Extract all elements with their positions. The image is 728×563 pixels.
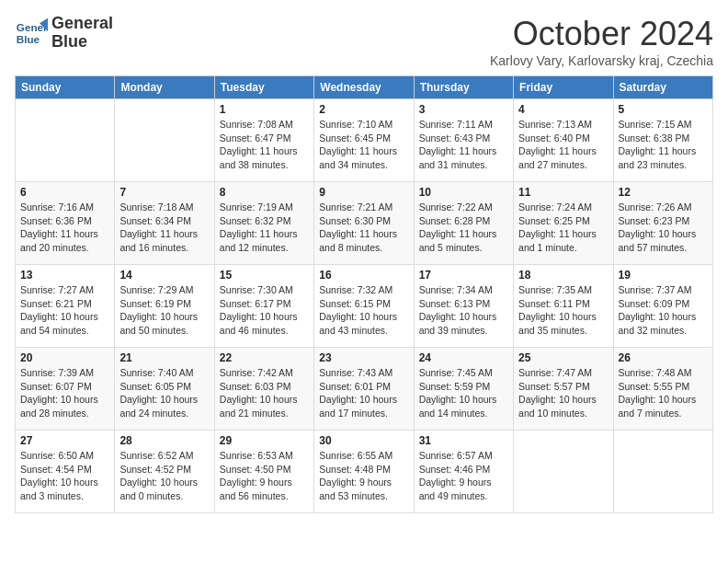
day-info: Sunrise: 7:21 AM Sunset: 6:30 PM Dayligh… [319,201,408,255]
day-number: 27 [20,434,109,447]
day-info: Sunrise: 6:57 AM Sunset: 4:46 PM Dayligh… [419,449,508,503]
day-info: Sunrise: 7:15 AM Sunset: 6:38 PM Dayligh… [619,118,708,172]
day-info: Sunrise: 7:08 AM Sunset: 6:47 PM Dayligh… [220,118,309,172]
week-row-1: 1Sunrise: 7:08 AM Sunset: 6:47 PM Daylig… [16,99,713,182]
day-number: 30 [319,434,408,447]
calendar-cell: 19Sunrise: 7:37 AM Sunset: 6:09 PM Dayli… [613,265,712,348]
day-info: Sunrise: 6:55 AM Sunset: 4:48 PM Dayligh… [319,449,408,503]
calendar-cell: 26Sunrise: 7:48 AM Sunset: 5:55 PM Dayli… [613,348,712,431]
calendar-cell: 6Sunrise: 7:16 AM Sunset: 6:36 PM Daylig… [16,182,115,265]
calendar-cell: 13Sunrise: 7:27 AM Sunset: 6:21 PM Dayli… [16,265,115,348]
logo-icon: General Blue [15,17,48,50]
calendar-table: SundayMondayTuesdayWednesdayThursdayFrid… [15,75,713,513]
day-number: 17 [419,269,508,282]
calendar-cell: 10Sunrise: 7:22 AM Sunset: 6:28 PM Dayli… [414,182,513,265]
day-number: 12 [619,186,708,199]
day-info: Sunrise: 7:26 AM Sunset: 6:23 PM Dayligh… [619,201,708,255]
day-info: Sunrise: 6:53 AM Sunset: 4:50 PM Dayligh… [220,449,309,503]
day-info: Sunrise: 7:45 AM Sunset: 5:59 PM Dayligh… [419,366,508,420]
day-info: Sunrise: 7:10 AM Sunset: 6:45 PM Dayligh… [319,118,408,172]
day-info: Sunrise: 7:39 AM Sunset: 6:07 PM Dayligh… [20,366,109,420]
calendar-cell: 31Sunrise: 6:57 AM Sunset: 4:46 PM Dayli… [414,431,513,513]
week-row-2: 6Sunrise: 7:16 AM Sunset: 6:36 PM Daylig… [16,182,713,265]
day-info: Sunrise: 7:13 AM Sunset: 6:40 PM Dayligh… [518,118,608,172]
day-info: Sunrise: 7:37 AM Sunset: 6:09 PM Dayligh… [619,283,708,338]
day-number: 1 [220,103,309,116]
day-number: 26 [619,351,708,364]
calendar-cell [115,99,214,182]
calendar-cell: 1Sunrise: 7:08 AM Sunset: 6:47 PM Daylig… [214,99,313,182]
calendar-cell: 5Sunrise: 7:15 AM Sunset: 6:38 PM Daylig… [613,99,712,182]
weekday-header-tuesday: Tuesday [214,76,313,99]
calendar-cell: 8Sunrise: 7:19 AM Sunset: 6:32 PM Daylig… [214,182,313,265]
day-info: Sunrise: 7:35 AM Sunset: 6:11 PM Dayligh… [518,283,608,338]
day-number: 25 [518,351,608,364]
title-block: October 2024 Karlovy Vary, Karlovarsky k… [490,15,713,68]
day-number: 19 [619,269,708,282]
weekday-header-friday: Friday [514,76,613,99]
week-row-4: 20Sunrise: 7:39 AM Sunset: 6:07 PM Dayli… [16,348,713,431]
day-info: Sunrise: 7:18 AM Sunset: 6:34 PM Dayligh… [119,201,209,255]
day-info: Sunrise: 7:22 AM Sunset: 6:28 PM Dayligh… [419,201,508,255]
day-info: Sunrise: 7:16 AM Sunset: 6:36 PM Dayligh… [20,201,109,255]
day-number: 24 [419,351,508,364]
weekday-header-thursday: Thursday [414,76,513,99]
calendar-cell: 22Sunrise: 7:42 AM Sunset: 6:03 PM Dayli… [214,348,313,431]
calendar-cell: 20Sunrise: 7:39 AM Sunset: 6:07 PM Dayli… [16,348,115,431]
calendar-cell: 3Sunrise: 7:11 AM Sunset: 6:43 PM Daylig… [414,99,513,182]
calendar-cell: 25Sunrise: 7:47 AM Sunset: 5:57 PM Dayli… [514,348,613,431]
location: Karlovy Vary, Karlovarsky kraj, Czechia [490,53,713,68]
calendar-cell: 15Sunrise: 7:30 AM Sunset: 6:17 PM Dayli… [214,265,313,348]
calendar-cell: 12Sunrise: 7:26 AM Sunset: 6:23 PM Dayli… [613,182,712,265]
calendar-cell: 9Sunrise: 7:21 AM Sunset: 6:30 PM Daylig… [314,182,414,265]
day-info: Sunrise: 7:30 AM Sunset: 6:17 PM Dayligh… [220,283,309,338]
calendar-cell: 30Sunrise: 6:55 AM Sunset: 4:48 PM Dayli… [314,431,414,513]
day-number: 4 [518,103,608,116]
weekday-header-wednesday: Wednesday [314,76,414,99]
day-info: Sunrise: 7:11 AM Sunset: 6:43 PM Dayligh… [419,118,508,172]
day-number: 11 [518,186,608,199]
day-number: 15 [220,269,309,282]
week-row-3: 13Sunrise: 7:27 AM Sunset: 6:21 PM Dayli… [16,265,713,348]
week-row-5: 27Sunrise: 6:50 AM Sunset: 4:54 PM Dayli… [16,431,713,513]
weekday-header-sunday: Sunday [16,76,115,99]
calendar-cell: 27Sunrise: 6:50 AM Sunset: 4:54 PM Dayli… [16,431,115,513]
calendar-cell: 18Sunrise: 7:35 AM Sunset: 6:11 PM Dayli… [514,265,613,348]
logo: General Blue General Blue [15,15,113,52]
calendar-cell: 14Sunrise: 7:29 AM Sunset: 6:19 PM Dayli… [115,265,214,348]
calendar-cell [613,431,712,513]
day-info: Sunrise: 6:50 AM Sunset: 4:54 PM Dayligh… [20,449,109,503]
day-info: Sunrise: 7:47 AM Sunset: 5:57 PM Dayligh… [518,366,608,420]
day-info: Sunrise: 7:32 AM Sunset: 6:15 PM Dayligh… [319,283,408,338]
calendar-cell: 2Sunrise: 7:10 AM Sunset: 6:45 PM Daylig… [314,99,414,182]
day-number: 6 [20,186,109,199]
calendar-cell: 7Sunrise: 7:18 AM Sunset: 6:34 PM Daylig… [115,182,214,265]
day-number: 28 [119,434,209,447]
day-number: 5 [619,103,708,116]
day-number: 23 [319,351,408,364]
weekday-header-saturday: Saturday [613,76,712,99]
day-number: 13 [20,269,109,282]
day-number: 7 [119,186,209,199]
day-number: 16 [319,269,408,282]
day-info: Sunrise: 7:40 AM Sunset: 6:05 PM Dayligh… [119,366,209,420]
weekday-header-monday: Monday [115,76,214,99]
day-info: Sunrise: 7:43 AM Sunset: 6:01 PM Dayligh… [319,366,408,420]
calendar-cell: 16Sunrise: 7:32 AM Sunset: 6:15 PM Dayli… [314,265,414,348]
day-info: Sunrise: 7:19 AM Sunset: 6:32 PM Dayligh… [220,201,309,255]
day-info: Sunrise: 7:24 AM Sunset: 6:25 PM Dayligh… [518,201,608,255]
calendar-cell [514,431,613,513]
calendar-cell: 29Sunrise: 6:53 AM Sunset: 4:50 PM Dayli… [214,431,313,513]
day-number: 2 [319,103,408,116]
day-number: 10 [419,186,508,199]
day-number: 20 [20,351,109,364]
calendar-cell: 28Sunrise: 6:52 AM Sunset: 4:52 PM Dayli… [115,431,214,513]
logo-text: General Blue [51,15,113,52]
svg-text:Blue: Blue [17,33,40,45]
weekday-header-row: SundayMondayTuesdayWednesdayThursdayFrid… [16,76,713,99]
day-number: 8 [220,186,309,199]
page-header: General Blue General Blue October 2024 K… [15,15,713,68]
day-number: 31 [419,434,508,447]
calendar-cell: 11Sunrise: 7:24 AM Sunset: 6:25 PM Dayli… [514,182,613,265]
day-info: Sunrise: 7:29 AM Sunset: 6:19 PM Dayligh… [119,283,209,338]
